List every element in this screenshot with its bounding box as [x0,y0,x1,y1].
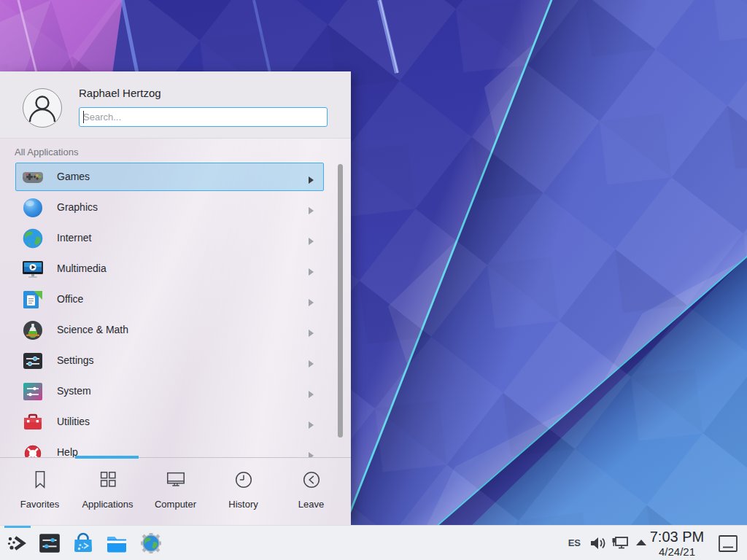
system-info-launcher[interactable] [139,531,163,556]
launcher-footer: Favorites Applications [0,457,351,525]
clock-date: 4/24/21 [643,545,711,558]
tab-favorites[interactable]: Favorites [6,458,74,525]
submenu-arrow-icon [308,449,314,456]
kde-launcher-icon [5,531,30,556]
user-avatar[interactable] [23,88,62,128]
submenu-arrow-icon [308,296,314,303]
settings-icon [21,349,44,373]
category-graphics[interactable]: Graphics [0,192,336,223]
scrollbar[interactable] [338,164,343,438]
tab-computer[interactable]: Computer [142,458,209,525]
clock-time: 7:03 PM [643,528,711,545]
application-list: Games Graphics [0,162,336,457]
launcher-header: Raphael Hertzog [0,71,351,139]
user-icon [23,89,61,127]
category-games[interactable]: Games [0,162,336,192]
leave-icon [301,469,322,491]
active-task-indicator [4,526,31,528]
system-settings-icon [37,531,62,556]
network-icon[interactable] [611,535,629,551]
multimedia-icon [21,257,44,281]
category-multimedia[interactable]: Multimedia [0,254,336,284]
submenu-arrow-icon [308,327,314,334]
taskbar: ES 7:03 PM 4/24/21 [0,525,747,560]
tab-history[interactable]: History [209,458,277,525]
desktop: Raphael Hertzog All Applications [0,0,747,560]
category-science-math[interactable]: Science & Math [0,315,336,346]
submenu-arrow-icon [308,174,314,181]
volume-icon[interactable] [589,535,607,551]
submenu-arrow-icon [308,419,314,426]
discover-icon [71,531,96,556]
category-settings[interactable]: Settings [0,346,336,376]
graphics-icon [21,196,44,219]
folder-icon [104,531,129,556]
keyboard-layout-indicator[interactable]: ES [568,537,581,548]
user-name: Raphael Hertzog [79,87,161,99]
submenu-arrow-icon [308,235,314,242]
science-icon [21,319,44,342]
office-icon [21,288,44,311]
application-launcher-popup: Raphael Hertzog All Applications [0,71,351,525]
clock[interactable]: 7:03 PM 4/24/21 [643,528,711,558]
launcher-button[interactable] [5,531,30,556]
category-office[interactable]: Office [0,284,336,315]
tab-leave[interactable]: Leave [277,458,345,525]
category-help[interactable]: Help [0,438,336,457]
discover-launcher[interactable] [71,531,96,556]
internet-icon [21,227,44,250]
category-system[interactable]: System [0,376,336,407]
submenu-arrow-icon [308,265,314,273]
show-desktop-button[interactable] [718,534,738,553]
search-input[interactable] [83,109,324,125]
globe-gear-icon [139,531,163,556]
submenu-arrow-icon [308,388,314,395]
utilities-icon [21,411,44,434]
favorites-icon [29,469,51,491]
applications-icon [97,469,119,491]
games-icon [21,166,44,189]
category-internet[interactable]: Internet [0,223,336,254]
submenu-arrow-icon [308,204,314,211]
history-icon [233,469,255,491]
section-label: All Applications [15,147,78,158]
help-icon [21,441,44,457]
file-manager-launcher[interactable] [104,531,129,556]
system-settings-launcher[interactable] [37,531,62,556]
computer-icon [165,469,187,491]
submenu-arrow-icon [308,357,314,365]
search-field[interactable] [79,107,328,127]
category-utilities[interactable]: Utilities [0,407,336,438]
system-icon [21,380,44,403]
tab-applications[interactable]: Applications [74,458,142,525]
